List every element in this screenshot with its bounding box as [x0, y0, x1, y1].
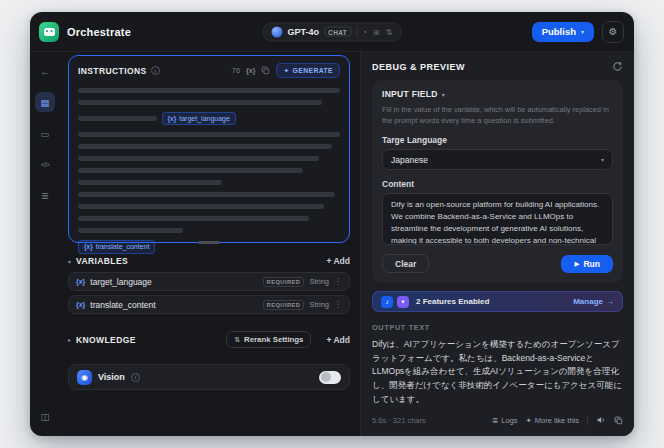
info-icon[interactable]: i [131, 373, 140, 382]
copy-icon[interactable] [261, 66, 270, 75]
required-badge: REQUIRED [263, 300, 305, 310]
model-name: GPT-4o [288, 27, 320, 37]
speaker-button[interactable] [596, 415, 606, 425]
prompt-editor[interactable]: {x} target_language {x} [78, 88, 340, 261]
logs-button[interactable]: ≣ Logs [492, 416, 518, 425]
main-area: ← ▤ ▭ </> ≣ ◫ INSTRUCTIONS i 76 {x} [30, 52, 634, 436]
target-language-select[interactable]: Japanese ▾ [382, 149, 613, 170]
divider [587, 416, 588, 425]
debug-column: DEBUG & PREVIEW INPUT FIELD ▾ Fill in th… [360, 52, 634, 436]
skeleton-line [78, 144, 332, 149]
sparkle-icon: ✦ [526, 416, 532, 425]
topbar-actions: Publish ▾ ⚙ [532, 21, 624, 43]
skeleton-line [78, 156, 319, 161]
skeleton-line [78, 180, 222, 185]
vision-toggle[interactable] [319, 371, 341, 384]
content-label: Content [382, 179, 613, 189]
gear-icon: ⚙ [609, 26, 618, 37]
refresh-icon[interactable] [612, 61, 623, 72]
skeleton-line [78, 168, 303, 173]
generate-button[interactable]: ✦ GENERATE [276, 63, 340, 78]
model-provider-icon [272, 26, 283, 37]
chevron-right-icon: ▸ [68, 336, 71, 343]
content-input[interactable]: Dify is an open-source platform for buil… [382, 193, 613, 245]
prompt-column: INSTRUCTIONS i 76 {x} ✦ [60, 52, 360, 436]
features-enabled-label: 2 Features Enabled [416, 297, 489, 306]
skeleton-line [78, 204, 324, 209]
run-button[interactable]: ▶ Run [561, 255, 613, 273]
nav-api-icon[interactable]: </> [35, 154, 55, 174]
topbar: Orchestrate GPT-4o CHAT ◔ ⊞ ⇅ Publish ▾ … [30, 12, 634, 52]
params-icon[interactable]: ⇅ [386, 27, 393, 36]
row-menu-icon[interactable]: ⋮ [334, 300, 342, 309]
back-icon[interactable]: ← [35, 61, 55, 81]
input-field-card: INPUT FIELD ▾ Fill in the value of the v… [372, 80, 623, 283]
clear-button[interactable]: Clear [382, 254, 429, 273]
knowledge-title: KNOWLEDGE [76, 335, 136, 345]
output-meta-row: 5.6s · 321 chars ≣ Logs ✦ More like this [372, 415, 623, 425]
settings-button[interactable]: ⚙ [602, 21, 624, 43]
nav-preview-icon[interactable]: ▭ [35, 123, 55, 143]
skeleton-line [78, 216, 309, 221]
variable-row[interactable]: {x} translate_content REQUIRED String ⋮ [68, 295, 350, 314]
required-badge: REQUIRED [263, 277, 305, 287]
instructions-panel[interactable]: INSTRUCTIONS i 76 {x} ✦ [68, 55, 350, 243]
temperature-icon[interactable]: ◔ [362, 27, 367, 36]
vision-label: Vision [98, 372, 125, 382]
variable-name: target_language [90, 277, 151, 287]
arrow-right-icon: → [606, 297, 614, 306]
chevron-down-icon: ▾ [601, 156, 604, 163]
insert-variable-icon[interactable]: {x} [246, 67, 255, 74]
instructions-actions: 76 {x} ✦ GENERATE [232, 63, 340, 78]
resize-handle[interactable] [198, 241, 220, 245]
variable-type: String [309, 277, 329, 286]
nav-orchestrate-icon[interactable]: ▤ [35, 92, 55, 112]
input-field-description: Fill in the value of the variable, which… [382, 104, 613, 126]
page-title: Orchestrate [67, 26, 131, 38]
panel-toggle-icon[interactable]: ◫ [35, 406, 55, 426]
copy-button[interactable] [614, 416, 623, 425]
rerank-settings-button[interactable]: ⇅ Rerank Settings [226, 331, 311, 348]
run-controls: Clear ▶ Run [382, 254, 613, 273]
skeleton-line [78, 132, 340, 137]
manage-features-button[interactable]: Manage → [573, 297, 614, 306]
text-to-speech-feature-icon: ♪ [381, 296, 393, 308]
divider [356, 27, 357, 37]
row-menu-icon[interactable]: ⋮ [334, 277, 342, 286]
variable-row[interactable]: {x} target_language REQUIRED String ⋮ [68, 272, 350, 291]
chevron-down-icon: ▾ [581, 28, 584, 35]
publish-button[interactable]: Publish ▾ [532, 22, 594, 42]
input-field-title: INPUT FIELD [382, 89, 438, 99]
variable-token: {x} [76, 301, 85, 308]
nav-rail: ← ▤ ▭ </> ≣ ◫ [30, 52, 60, 436]
variable-chip[interactable]: {x} target_language [162, 112, 236, 125]
variable-type: String [309, 300, 329, 309]
max-tokens-icon[interactable]: ⊞ [373, 27, 380, 36]
knowledge-header[interactable]: ▸ KNOWLEDGE ⇅ Rerank Settings + Add [68, 331, 350, 348]
chevron-down-icon: ▾ [442, 91, 445, 98]
more-like-this-button[interactable]: ✦ More like this [526, 416, 579, 425]
add-knowledge-button[interactable]: + Add [326, 335, 350, 345]
skeleton-line [78, 192, 335, 197]
instructions-title: INSTRUCTIONS [78, 66, 147, 76]
nav-logs-icon[interactable]: ≣ [35, 185, 55, 205]
skeleton-line [78, 100, 322, 105]
info-icon[interactable]: i [151, 66, 160, 75]
more-like-this-feature-icon: ✦ [397, 296, 409, 308]
input-field-header[interactable]: INPUT FIELD ▾ [382, 89, 613, 99]
variable-chip[interactable]: {x} translate_content [78, 240, 155, 253]
chevron-down-icon: ▾ [68, 258, 71, 265]
app-icon [39, 22, 59, 42]
skeleton-line [78, 88, 340, 93]
instructions-header: INSTRUCTIONS i 76 {x} ✦ [78, 63, 340, 78]
output-text: Difyは、AIアプリケーションを構築するためのオープンソースプラットフォームで… [372, 338, 623, 406]
output-text-title: OUTPUT TEXT [372, 323, 623, 332]
skeleton-line [78, 228, 183, 233]
vision-card: ◉ Vision i [68, 364, 350, 390]
features-bar: ♪ ✦ 2 Features Enabled Manage → [372, 291, 623, 312]
debug-header: DEBUG & PREVIEW [372, 61, 623, 72]
model-selector[interactable]: GPT-4o CHAT ◔ ⊞ ⇅ [263, 22, 402, 41]
app-window: Orchestrate GPT-4o CHAT ◔ ⊞ ⇅ Publish ▾ … [30, 12, 634, 436]
target-language-label: Targe Language [382, 135, 613, 145]
debug-title: DEBUG & PREVIEW [372, 62, 465, 72]
